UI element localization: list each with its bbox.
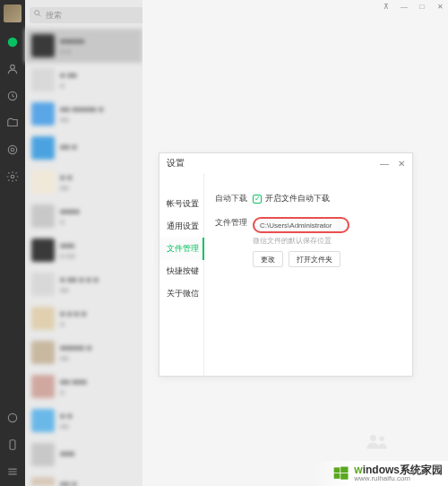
svg-rect-7 xyxy=(10,440,15,450)
phone-icon[interactable] xyxy=(5,438,20,452)
chat-avatar xyxy=(31,341,55,364)
svg-point-6 xyxy=(8,413,16,421)
svg-point-1 xyxy=(11,65,15,69)
chat-item[interactable]: ●● ●●●● xyxy=(25,369,142,404)
chat-list[interactable]: ●●●●●● ●● ●●●●● ●●●●● ●●●●● ●● ●●●●●●●●●… xyxy=(25,29,142,486)
chat-avatar xyxy=(31,375,55,398)
file-path-input[interactable]: C:\Users\Administrator xyxy=(253,217,349,233)
svg-point-10 xyxy=(379,436,384,441)
chat-item[interactable]: ● ●●● xyxy=(25,404,142,438)
close-icon[interactable]: ✕ xyxy=(435,3,444,11)
window-controls: ⊼ — □ ✕ xyxy=(382,3,444,11)
chat-preview: ● xyxy=(60,388,136,396)
svg-point-4 xyxy=(11,148,14,152)
chat-name: ●●●●● ● xyxy=(60,343,136,352)
dialog-nav: 帐号设置 通用设置 文件管理 快捷按键 关于微信 xyxy=(159,173,204,376)
files-icon[interactable] xyxy=(5,116,20,130)
nav-about[interactable]: 关于微信 xyxy=(159,282,203,305)
dialog-minimize-icon[interactable]: — xyxy=(380,159,389,169)
dialog-close-icon[interactable]: ✕ xyxy=(398,159,405,169)
avatar[interactable] xyxy=(4,4,22,22)
chat-preview: ●● xyxy=(60,116,136,124)
chat-item[interactable]: ● ●● ● ● ●●● xyxy=(25,267,142,301)
file-manage-label: 文件管理 xyxy=(215,217,253,229)
svg-point-9 xyxy=(370,435,376,441)
chat-name: ●●●●● xyxy=(60,37,136,46)
file-path-hint: 微信文件的默认保存位置 xyxy=(253,236,401,246)
chat-item[interactable]: ●●● xyxy=(25,438,142,472)
chat-icon[interactable] xyxy=(5,35,20,49)
chat-avatar xyxy=(31,102,55,126)
minimize-icon[interactable]: — xyxy=(400,3,409,11)
settings-icon[interactable] xyxy=(5,169,20,184)
search-input[interactable] xyxy=(30,7,150,23)
chat-avatar xyxy=(31,307,55,330)
moments-icon[interactable] xyxy=(5,143,20,157)
chat-preview: ● ●● xyxy=(60,252,136,260)
pin-icon[interactable]: ⊼ xyxy=(382,3,391,11)
svg-point-3 xyxy=(8,145,16,153)
chat-name: ● ●● xyxy=(60,71,136,80)
chat-avatar xyxy=(31,34,55,57)
chat-avatar xyxy=(31,170,55,194)
dialog-content: 自动下载 ✓ 开启文件自动下载 文件管理 C:\Users\Administra… xyxy=(204,173,412,376)
chat-item[interactable]: ● ● ● ●● xyxy=(25,301,142,335)
svg-rect-12 xyxy=(340,467,348,473)
menu-icon[interactable] xyxy=(5,464,20,479)
chat-item[interactable]: ●● ●●● xyxy=(25,472,142,486)
chat-preview: ● ● xyxy=(60,48,136,56)
chat-avatar xyxy=(31,409,55,432)
dialog-title: 设置 xyxy=(167,157,371,169)
watermark-url: www.ruihaifu.com xyxy=(354,475,443,482)
nav-shortcuts[interactable]: 快捷按键 xyxy=(159,260,203,282)
chat-name: ●● ●●● xyxy=(60,378,136,386)
open-folder-button[interactable]: 打开文件夹 xyxy=(289,251,340,267)
contacts-icon[interactable] xyxy=(5,62,20,76)
chat-avatar xyxy=(31,239,55,262)
check-icon: ✓ xyxy=(253,195,262,204)
chat-preview: ● xyxy=(60,82,136,90)
svg-rect-14 xyxy=(340,473,348,480)
auto-download-checkbox[interactable]: ✓ 开启文件自动下载 xyxy=(253,193,330,204)
chat-avatar xyxy=(31,136,55,160)
windows-logo-icon xyxy=(332,464,350,482)
nav-strip xyxy=(0,0,25,486)
chat-preview: ●● xyxy=(60,286,136,294)
maximize-icon[interactable]: □ xyxy=(418,3,426,11)
change-path-button[interactable]: 更改 xyxy=(253,251,283,267)
dialog-header: 设置 — ✕ xyxy=(159,153,412,173)
favorites-icon[interactable] xyxy=(5,89,20,103)
chat-avatar xyxy=(31,443,55,466)
chat-column: ＋ ●●●●●● ●● ●●●●● ●●●●● ●●●●● ●● ●●●●●●●… xyxy=(25,0,142,486)
chat-avatar xyxy=(31,273,55,296)
nav-general[interactable]: 通用设置 xyxy=(159,215,203,238)
chat-item[interactable]: ● ●●● xyxy=(25,165,142,199)
nav-files[interactable]: 文件管理 xyxy=(159,238,204,260)
auto-download-label: 自动下载 xyxy=(215,193,253,204)
chat-avatar xyxy=(31,477,55,486)
chat-name: ● ●● ● ● ● xyxy=(60,275,136,284)
chat-item[interactable]: ● ●●● xyxy=(25,63,142,97)
svg-point-0 xyxy=(8,38,18,48)
settings-dialog: 设置 — ✕ 帐号设置 通用设置 文件管理 快捷按键 关于微信 自动下载 ✓ 开… xyxy=(159,152,413,377)
svg-rect-11 xyxy=(334,467,340,473)
chat-item[interactable]: ●●●●●● ● xyxy=(25,29,142,63)
chat-item[interactable]: ●●●● ●● xyxy=(25,233,142,267)
chat-item[interactable]: ●●●●● xyxy=(25,199,142,233)
chat-item[interactable]: ●● ● xyxy=(25,131,142,165)
nav-account[interactable]: 帐号设置 xyxy=(159,193,203,215)
svg-point-8 xyxy=(35,11,39,15)
chat-item[interactable]: ●● ●●●●● ●●● xyxy=(25,97,142,131)
chat-name: ●●●● xyxy=(60,207,136,216)
watermark-brand: windows系统家园 www.ruihaifu.com xyxy=(314,461,448,486)
chat-item[interactable]: ●●●●● ●●● xyxy=(25,335,142,369)
auto-download-text: 开启文件自动下载 xyxy=(265,193,330,204)
mini-program-icon[interactable] xyxy=(5,411,20,425)
svg-rect-13 xyxy=(334,473,340,479)
chat-preview: ● xyxy=(60,218,136,226)
chat-name: ● ● xyxy=(60,173,136,182)
chat-name: ● ● xyxy=(60,412,136,421)
chat-name: ●● ● xyxy=(60,143,136,152)
chat-name: ●●● xyxy=(60,449,136,458)
chat-preview: ●● xyxy=(60,422,136,430)
